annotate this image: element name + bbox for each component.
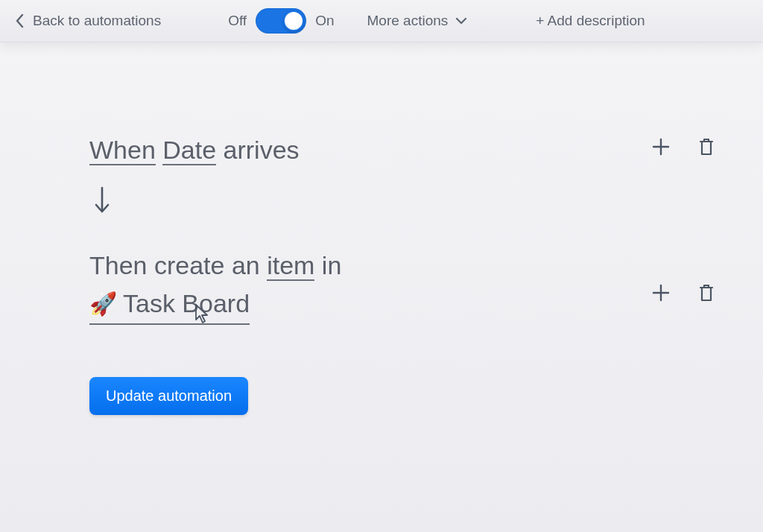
action-board-token[interactable]: 🚀 Task Board: [89, 285, 250, 325]
delete-action-button[interactable]: [697, 282, 715, 303]
trigger-arrives-text: arrives: [224, 136, 300, 164]
rocket-icon: 🚀: [89, 293, 117, 315]
trigger-when-token[interactable]: When: [89, 136, 156, 165]
add-action-button[interactable]: [651, 283, 671, 303]
action-sentence: Then create an item in 🚀 Task Board: [89, 247, 566, 325]
trigger-row: When Date arrives: [89, 132, 718, 228]
add-description-label: + Add description: [536, 13, 645, 28]
action-item-token[interactable]: item: [267, 251, 314, 281]
delete-trigger-button[interactable]: [697, 136, 715, 157]
toggle-on-label: On: [315, 13, 334, 29]
more-actions-label: More actions: [367, 13, 449, 29]
update-automation-label: Update automation: [106, 387, 232, 404]
chevron-down-icon: [455, 16, 467, 25]
action-row-actions: [651, 269, 718, 303]
action-in-text: in: [322, 251, 341, 279]
action-row: Then create an item in 🚀 Task Board: [89, 247, 718, 325]
back-to-automations-button[interactable]: Back to automations: [15, 13, 161, 29]
action-board-name: Task Board: [123, 285, 250, 322]
automation-toggle-group: Off On: [228, 8, 334, 34]
update-automation-button[interactable]: Update automation: [89, 377, 248, 415]
more-actions-dropdown[interactable]: More actions: [367, 13, 468, 29]
back-label: Back to automations: [33, 13, 161, 29]
automation-toggle[interactable]: [256, 8, 306, 34]
action-then-text: Then create an: [89, 251, 260, 279]
add-trigger-button[interactable]: [651, 137, 671, 156]
toggle-knob: [283, 10, 304, 31]
automation-topbar: Back to automations Off On More actions …: [0, 0, 763, 42]
automation-canvas: When Date arrives: [0, 42, 763, 415]
chevron-left-icon: [15, 13, 25, 29]
toggle-off-label: Off: [228, 13, 247, 29]
trigger-row-actions: [651, 132, 718, 157]
trigger-field-token[interactable]: Date: [162, 136, 216, 165]
arrow-down-icon: [92, 185, 566, 216]
trigger-sentence: When Date arrives: [89, 132, 566, 168]
add-description-button[interactable]: + Add description: [536, 13, 645, 29]
